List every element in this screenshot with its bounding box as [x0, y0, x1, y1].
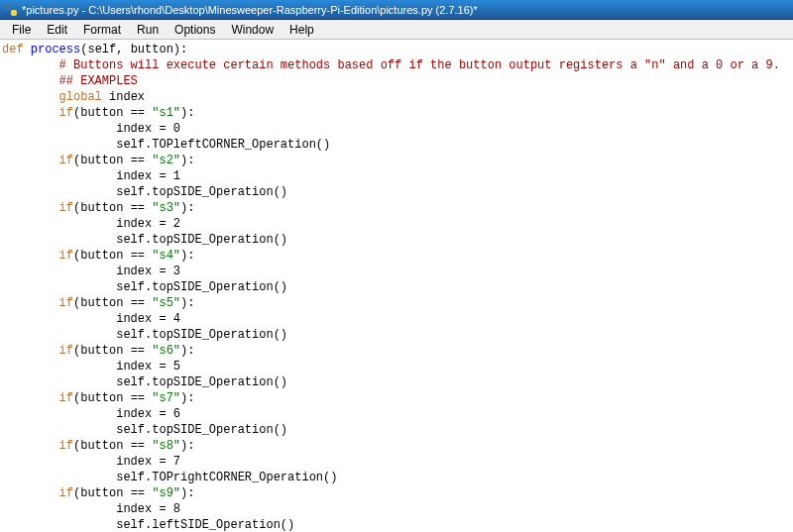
menu-options[interactable]: Options	[167, 21, 223, 39]
menu-window[interactable]: Window	[223, 21, 282, 39]
menu-run[interactable]: Run	[129, 21, 167, 39]
code-editor[interactable]: def process(self, button): # Buttons wil…	[0, 40, 793, 532]
title-bar: *pictures.py - C:\Users\rhond\Desktop\Mi…	[0, 0, 793, 20]
python-icon	[4, 3, 18, 17]
menu-edit[interactable]: Edit	[39, 21, 75, 39]
window-title: *pictures.py - C:\Users\rhond\Desktop\Mi…	[22, 4, 478, 16]
svg-rect-0	[5, 4, 11, 10]
menu-format[interactable]: Format	[75, 21, 129, 39]
menu-file[interactable]: File	[4, 21, 39, 39]
svg-rect-1	[11, 10, 17, 16]
menu-help[interactable]: Help	[282, 21, 322, 39]
menu-bar: File Edit Format Run Options Window Help	[0, 20, 793, 40]
